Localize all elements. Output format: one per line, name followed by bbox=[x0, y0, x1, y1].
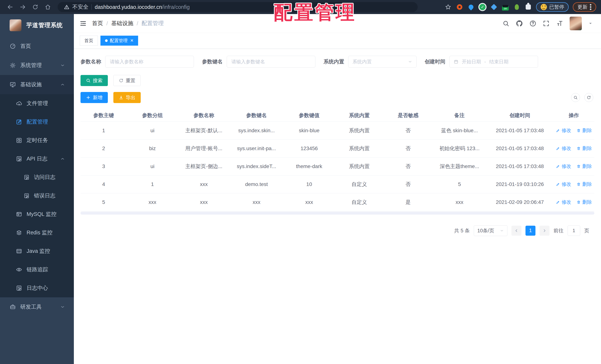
sidebar-item-access-log[interactable]: 访问日志 bbox=[0, 168, 74, 187]
show-search-toggle-button[interactable] bbox=[571, 93, 580, 102]
sidebar-item-home[interactable]: 首页 bbox=[0, 37, 74, 56]
page-size-select[interactable]: 10条/页 bbox=[474, 225, 507, 236]
sidebar-item-java-monitor[interactable]: Java 监控 bbox=[0, 242, 74, 260]
delete-row-button[interactable]: 删除 bbox=[576, 145, 592, 152]
search-button[interactable]: 搜索 bbox=[80, 75, 108, 86]
edit-row-button[interactable]: 修改 bbox=[556, 127, 571, 134]
table-row: 2 biz 用户管理-账号... sys.user.init-pa... 123… bbox=[80, 140, 594, 157]
timer-icon bbox=[16, 137, 22, 143]
delete-row-button[interactable]: 删除 bbox=[576, 199, 592, 205]
edit-row-button[interactable]: 修改 bbox=[556, 199, 571, 205]
cell-builtin: 自定义 bbox=[335, 193, 384, 211]
cloud-upload-icon bbox=[16, 100, 22, 107]
delete-row-button[interactable]: 删除 bbox=[576, 163, 592, 170]
param-name-input[interactable] bbox=[110, 59, 190, 65]
download-icon bbox=[119, 95, 123, 100]
table-scrollbar[interactable] bbox=[80, 212, 594, 215]
header-search-icon[interactable] bbox=[502, 20, 510, 27]
cell-create-time: 2021-01-19 03:10:26 bbox=[487, 175, 553, 193]
browser-update-button[interactable]: 更新 ••• bbox=[573, 2, 596, 12]
app-title: 芋道管理系统 bbox=[26, 21, 63, 29]
delete-row-button[interactable]: 删除 bbox=[576, 181, 592, 187]
browser-menu-icon[interactable]: ••• bbox=[590, 4, 591, 10]
fullscreen-icon[interactable] bbox=[543, 20, 550, 27]
breadcrumb-infrastructure[interactable]: 基础设施 bbox=[111, 20, 133, 27]
extension-plant-icon[interactable] bbox=[513, 3, 521, 11]
window-icon bbox=[16, 211, 22, 217]
date-end-placeholder: 结束日期 bbox=[489, 59, 509, 65]
security-warning-icon[interactable] bbox=[64, 4, 70, 10]
refresh-table-button[interactable] bbox=[584, 93, 593, 102]
add-button[interactable]: 新增 bbox=[80, 92, 108, 103]
user-caret-down-icon[interactable] bbox=[588, 21, 593, 26]
profile-paused-badge[interactable]: 已暂停 bbox=[536, 2, 569, 12]
browser-back-icon[interactable] bbox=[5, 2, 16, 12]
breadcrumb-home[interactable]: 首页 bbox=[92, 20, 103, 27]
font-size-icon[interactable] bbox=[556, 20, 563, 27]
table-row: 1 ui 主框架页-默认... sys.index.skin... skin-b… bbox=[80, 121, 594, 140]
sidebar-item-label: 链路追踪 bbox=[27, 266, 48, 273]
user-avatar[interactable] bbox=[570, 17, 582, 30]
sidebar-item-label: Java 监控 bbox=[27, 247, 50, 255]
sidebar-item-tracing[interactable]: 链路追踪 bbox=[0, 260, 74, 279]
date-range-picker[interactable]: 开始日期 - 结束日期 bbox=[450, 56, 538, 68]
edit-row-button[interactable]: 修改 bbox=[556, 163, 571, 170]
prev-page-button[interactable] bbox=[511, 226, 521, 236]
page-header: 首页 / 基础设施 / 配置管理 bbox=[74, 14, 601, 33]
goto-page-input[interactable] bbox=[568, 225, 580, 236]
sidebar-fold-icon[interactable] bbox=[80, 20, 87, 27]
sidebar-item-mysql-monitor[interactable]: MySQL 监控 bbox=[0, 205, 74, 223]
cell-builtin: 系统内置 bbox=[335, 157, 384, 175]
param-name-input-wrap bbox=[105, 56, 194, 68]
delete-row-button[interactable]: 删除 bbox=[576, 127, 592, 134]
close-icon[interactable]: ✕ bbox=[130, 39, 133, 43]
total-count: 共 5 条 bbox=[454, 227, 470, 234]
sidebar-item-api-log[interactable]: API 日志 bbox=[0, 150, 74, 168]
edit-row-button[interactable]: 修改 bbox=[556, 145, 571, 152]
sidebar-item-file-management[interactable]: 文件管理 bbox=[0, 94, 74, 113]
bookmark-star-icon[interactable] bbox=[444, 3, 452, 11]
help-icon[interactable] bbox=[529, 20, 536, 27]
cell-sensitive: 否 bbox=[384, 175, 432, 193]
page-number-button[interactable]: 1 bbox=[525, 226, 535, 236]
browser-reload-icon[interactable] bbox=[30, 2, 41, 12]
col-remark: 备注 bbox=[432, 109, 486, 121]
extension-orange-icon[interactable] bbox=[456, 3, 463, 11]
sidebar-item-dev-tools[interactable]: 研发工具 bbox=[0, 297, 74, 316]
tab-home[interactable]: 首页 bbox=[80, 36, 98, 46]
browser-forward-icon[interactable] bbox=[17, 2, 28, 12]
extensions-puzzle-icon[interactable] bbox=[525, 3, 532, 11]
cell-builtin: 系统内置 bbox=[335, 140, 384, 157]
sidebar-item-redis-monitor[interactable]: Redis 监控 bbox=[0, 223, 74, 242]
extension-check-icon[interactable]: ✓ bbox=[479, 3, 486, 11]
extension-pin-icon[interactable] bbox=[467, 3, 475, 11]
reset-button[interactable]: 重置 bbox=[113, 75, 141, 86]
sidebar-item-error-log[interactable]: 错误日志 bbox=[0, 187, 74, 205]
trash-icon bbox=[576, 146, 581, 151]
address-bar[interactable]: 不安全 dashboard.yudao.iocoder.cn/infra/con… bbox=[58, 2, 418, 12]
sidebar: 芋道管理系统 首页 系统管理 基础设施 文件管理 bbox=[0, 14, 74, 364]
extension-gem-icon[interactable] bbox=[490, 3, 498, 11]
browser-home-icon[interactable] bbox=[42, 2, 53, 12]
table-row: 4 1 xxx demo.test 10 自定义 否 5 2021-01-19 … bbox=[80, 175, 594, 193]
system-builtin-select[interactable]: 系统内置 bbox=[348, 56, 417, 68]
edit-row-button[interactable]: 修改 bbox=[556, 181, 571, 187]
cell-param-group: ui bbox=[127, 157, 178, 175]
cell-param-id: 2 bbox=[80, 140, 127, 157]
tab-config-management[interactable]: 配置管理 ✕ bbox=[100, 36, 138, 46]
cell-param-key: xxx bbox=[230, 193, 283, 211]
cell-param-name: 主框架页-侧边... bbox=[178, 157, 230, 175]
sidebar-item-system[interactable]: 系统管理 bbox=[0, 56, 74, 75]
sidebar-logo[interactable]: 芋道管理系统 bbox=[0, 14, 74, 37]
github-icon[interactable] bbox=[516, 20, 523, 27]
eye-icon bbox=[16, 266, 22, 273]
next-page-button[interactable] bbox=[540, 226, 550, 236]
sidebar-item-infrastructure[interactable]: 基础设施 bbox=[0, 75, 74, 94]
sidebar-item-scheduled-tasks[interactable]: 定时任务 bbox=[0, 131, 74, 150]
export-button[interactable]: 导出 bbox=[113, 92, 141, 103]
sidebar-item-config-management[interactable]: 配置管理 bbox=[0, 113, 74, 131]
param-key-input[interactable] bbox=[231, 59, 311, 65]
sidebar-item-log-center[interactable]: 日志中心 bbox=[0, 279, 74, 297]
plus-icon bbox=[86, 95, 91, 100]
extension-on-icon[interactable]: on bbox=[502, 3, 509, 11]
